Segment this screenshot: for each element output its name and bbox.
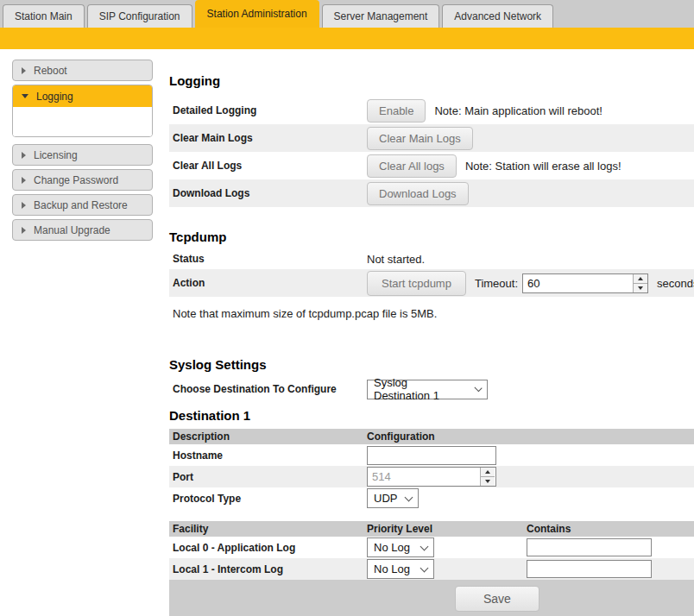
sidebar-item-change-password[interactable]: Change Password: [12, 169, 153, 191]
clear-main-logs-button[interactable]: Clear Main Logs: [367, 127, 473, 150]
local0-row: Local 0 - Application Log No Log: [169, 537, 694, 558]
tcpdump-status-row: Status Not started.: [169, 248, 694, 269]
syslog-section-title: Syslog Settings: [169, 358, 694, 371]
tab-station-administration[interactable]: Station Administration: [195, 0, 319, 28]
detailed-logging-row: Detailed Logging Enable Note: Main appli…: [169, 97, 694, 124]
sidebar-item-label: Logging: [36, 91, 73, 103]
sidebar-accordion-logging: Logging: [12, 85, 153, 137]
triangle-right-icon: [22, 202, 26, 209]
download-logs-row: Download Logs Download Logs: [169, 179, 694, 207]
local1-row: Local 1 - Intercom Log No Log: [169, 558, 694, 580]
sidebar-item-label: Manual Upgrade: [34, 224, 110, 236]
spinner-up-icon[interactable]: [634, 274, 647, 283]
sidebar-item-label: Reboot: [34, 65, 67, 77]
tcpdump-action-row: Action Start tcpdump Timeout: seconds: [169, 269, 694, 297]
detailed-logging-note: Note: Main application will reboot!: [434, 104, 602, 117]
tab-advanced-network[interactable]: Advanced Network: [442, 4, 553, 28]
port-spinner: [480, 468, 495, 486]
detailed-logging-label: Detailed Logging: [169, 104, 367, 116]
timeout-input[interactable]: [523, 274, 633, 292]
top-tab-bar: Station Main SIP Configuration Station A…: [0, 0, 694, 28]
sidebar-item-label: Licensing: [34, 149, 78, 161]
spinner-down-icon[interactable]: [481, 476, 495, 486]
configuration-column-header: Configuration: [367, 431, 527, 443]
local1-priority-select[interactable]: No Log: [367, 559, 434, 579]
destination-table-header: Description Configuration: [169, 429, 694, 444]
destination-section-title: Destination 1: [169, 409, 694, 422]
port-row: Port: [169, 466, 694, 487]
tcpdump-status-value: Not started.: [367, 253, 425, 266]
hostname-input[interactable]: [367, 446, 496, 465]
contains-column-header: Contains: [527, 523, 571, 535]
protocol-type-selected-value: UDP: [374, 492, 397, 505]
sidebar-item-logging[interactable]: Logging: [13, 85, 152, 107]
save-button[interactable]: Save: [455, 586, 539, 612]
facility-column-header: Facility: [169, 523, 367, 535]
protocol-type-row: Protocol Type UDP: [169, 487, 694, 509]
description-column-header: Description: [169, 431, 367, 443]
sidebar: Reboot Logging Licensing Change Password…: [12, 60, 153, 616]
port-input[interactable]: [368, 468, 480, 486]
local0-priority-selected-value: No Log: [374, 541, 410, 554]
page-content: Reboot Logging Licensing Change Password…: [0, 49, 694, 616]
enable-detailed-logging-button[interactable]: Enable: [367, 99, 426, 123]
download-logs-label: Download Logs: [169, 187, 367, 199]
tab-station-main[interactable]: Station Main: [3, 4, 85, 28]
sidebar-item-label: Backup and Restore: [34, 199, 128, 211]
local0-contains-input[interactable]: [527, 538, 652, 556]
local0-label: Local 0 - Application Log: [169, 542, 367, 554]
sidebar-logging-panel: [13, 107, 152, 136]
choose-destination-row: Choose Destination To Configure Syslog D…: [169, 378, 694, 400]
spinner-up-icon[interactable]: [481, 468, 495, 476]
facility-table: Facility Priority Level Contains Local 0…: [169, 521, 694, 616]
syslog-destination-selected-value: Syslog Destination 1: [374, 376, 467, 402]
tab-server-management[interactable]: Server Management: [322, 4, 440, 28]
start-tcpdump-button[interactable]: Start tcpdump: [367, 271, 466, 296]
tcpdump-section-title: Tcpdump: [169, 230, 694, 243]
choose-destination-label: Choose Destination To Configure: [169, 383, 367, 395]
clear-all-logs-row: Clear All Logs Clear All logs Note: Stat…: [169, 152, 694, 179]
chevron-down-icon: [405, 493, 413, 501]
yellow-accent-band: [0, 28, 694, 49]
sidebar-item-label: Change Password: [34, 174, 118, 186]
facility-table-header: Facility Priority Level Contains: [169, 521, 694, 537]
tcpdump-action-label: Action: [169, 277, 367, 289]
timeout-spinner: [633, 274, 647, 292]
logging-section-title: Logging: [169, 74, 694, 87]
triangle-right-icon: [22, 152, 26, 159]
save-row: Save: [169, 580, 694, 616]
tab-sip-configuration[interactable]: SIP Configuration: [87, 4, 192, 28]
chevron-down-icon: [474, 384, 483, 393]
sidebar-item-manual-upgrade[interactable]: Manual Upgrade: [12, 219, 153, 241]
main-panel: Logging Detailed Logging Enable Note: Ma…: [169, 60, 694, 616]
sidebar-item-reboot[interactable]: Reboot: [12, 60, 153, 81]
sidebar-item-backup-and-restore[interactable]: Backup and Restore: [12, 194, 153, 216]
timeout-unit-label: seconds: [657, 277, 694, 290]
local0-priority-select[interactable]: No Log: [367, 537, 434, 557]
timeout-label: Timeout:: [475, 277, 518, 290]
protocol-type-label: Protocol Type: [169, 493, 367, 505]
triangle-right-icon: [22, 177, 26, 184]
local1-label: Local 1 - Intercom Log: [169, 563, 367, 575]
local1-priority-selected-value: No Log: [374, 563, 410, 575]
local1-contains-input[interactable]: [527, 560, 652, 578]
hostname-label: Hostname: [169, 449, 367, 462]
tcpdump-note: Note that maximum size of tcpdump.pcap f…: [169, 307, 694, 320]
clear-all-logs-button[interactable]: Clear All logs: [367, 154, 457, 178]
chevron-down-icon: [420, 542, 429, 550]
clear-all-logs-label: Clear All Logs: [169, 160, 367, 172]
clear-main-logs-label: Clear Main Logs: [169, 132, 367, 144]
triangle-down-icon: [22, 94, 28, 98]
spinner-down-icon[interactable]: [634, 283, 647, 292]
sidebar-item-licensing[interactable]: Licensing: [12, 144, 153, 166]
triangle-right-icon: [22, 67, 26, 74]
download-logs-button[interactable]: Download Logs: [367, 182, 469, 205]
port-stepper: [367, 467, 496, 487]
protocol-type-select[interactable]: UDP: [367, 488, 419, 508]
syslog-destination-select[interactable]: Syslog Destination 1: [367, 380, 488, 399]
timeout-stepper: [522, 273, 648, 293]
clear-all-logs-note: Note: Station will erase all logs!: [465, 160, 621, 173]
hostname-row: Hostname: [169, 444, 694, 466]
port-label: Port: [169, 471, 367, 483]
tcpdump-status-label: Status: [169, 253, 367, 265]
